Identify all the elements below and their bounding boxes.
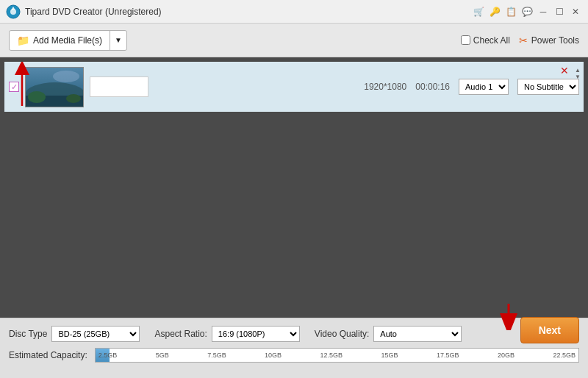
- media-remove-button[interactable]: ✕: [560, 65, 569, 76]
- aspect-ratio-select[interactable]: 16:9 (1080P) 4:3 16:9 (720P): [212, 326, 300, 342]
- minimize-button[interactable]: ─: [537, 5, 550, 18]
- disc-type-select[interactable]: BD-25 (25GB) BD-50 (50GB) DVD-5 (4.7GB) …: [51, 326, 140, 342]
- disc-type-label: Disc Type: [9, 329, 47, 339]
- add-media-button[interactable]: 📁 Add Media File(s) ▼: [9, 30, 127, 51]
- toolbar: 📁 Add Media File(s) ▼ Check All ✂ Power …: [0, 24, 588, 57]
- media-reorder-buttons: ▲ ▼: [575, 68, 581, 80]
- next-arrow-indicator: [500, 304, 517, 334]
- content-area: ✓: [0, 57, 588, 318]
- media-row: ✓: [4, 62, 584, 112]
- key-icon[interactable]: 🔑: [488, 5, 501, 18]
- title-bar-controls: 🛒 🔑 📋 💬 ─ ☐ ✕: [472, 5, 582, 18]
- check-all-text: Check All: [473, 35, 510, 46]
- media-name-box: [90, 76, 148, 97]
- estimated-capacity-label: Estimated Capacity:: [9, 350, 87, 360]
- settings-row: Disc Type BD-25 (25GB) BD-50 (50GB) DVD-…: [9, 324, 579, 343]
- tick-6: 15GB: [381, 352, 398, 359]
- tick-9: 22.5GB: [553, 352, 576, 359]
- media-info: 1920*1080 00:00:16 Audio 1 Audio 2 No Su…: [364, 79, 579, 95]
- tick-5: 12.5GB: [320, 352, 343, 359]
- svg-point-8: [53, 71, 79, 82]
- media-duration: 00:00:16: [415, 82, 450, 92]
- shop-icon[interactable]: 🛒: [472, 5, 485, 18]
- video-quality-label: Video Quality:: [315, 329, 370, 339]
- close-button[interactable]: ✕: [569, 5, 582, 18]
- check-all-checkbox[interactable]: [461, 35, 470, 45]
- next-button[interactable]: Next: [520, 317, 579, 343]
- audio-select[interactable]: Audio 1 Audio 2: [459, 79, 509, 95]
- media-resolution: 1920*1080: [364, 82, 406, 92]
- power-tools-label: Power Tools: [531, 35, 579, 46]
- tick-7: 17.5GB: [437, 352, 459, 359]
- add-media-label: Add Media File(s): [33, 35, 102, 46]
- bottom-bar: Disc Type BD-25 (25GB) BD-50 (50GB) DVD-…: [0, 318, 588, 378]
- svg-point-1: [10, 9, 16, 15]
- tick-4: 10GB: [265, 352, 282, 359]
- svg-point-7: [66, 94, 81, 103]
- file-icon[interactable]: 📋: [504, 5, 517, 18]
- restore-button[interactable]: ☐: [553, 5, 566, 18]
- capacity-row: Estimated Capacity: 2.5GB 5GB 7.5GB 10GB…: [9, 348, 579, 363]
- app-logo: [6, 4, 21, 19]
- video-quality-field: Video Quality: Auto High Medium Low: [315, 326, 462, 342]
- video-quality-select[interactable]: Auto High Medium Low: [373, 326, 462, 342]
- app-title: Tipard DVD Creator (Unregistered): [25, 7, 472, 17]
- wrench-icon: ✂: [519, 35, 528, 46]
- add-media-dropdown-arrow[interactable]: ▼: [110, 31, 126, 50]
- check-all-label[interactable]: Check All: [461, 35, 510, 46]
- tick-1: 2.5GB: [98, 352, 118, 359]
- aspect-ratio-label: Aspect Ratio:: [154, 329, 207, 339]
- tick-8: 20GB: [498, 352, 514, 359]
- add-media-main[interactable]: 📁 Add Media File(s): [10, 31, 110, 50]
- toolbar-right: Check All ✂ Power Tools: [461, 35, 579, 46]
- tick-3: 7.5GB: [207, 352, 226, 359]
- aspect-ratio-field: Aspect Ratio: 16:9 (1080P) 4:3 16:9 (720…: [154, 326, 299, 342]
- title-bar: Tipard DVD Creator (Unregistered) 🛒 🔑 📋 …: [0, 0, 588, 24]
- tick-2: 5GB: [156, 352, 169, 359]
- subtitle-select[interactable]: No Subtitle: [517, 79, 579, 95]
- media-up-button[interactable]: ▲: [575, 68, 581, 74]
- capacity-bar: 2.5GB 5GB 7.5GB 10GB 12.5GB 15GB 17.5GB …: [95, 348, 579, 363]
- power-tools-button[interactable]: ✂ Power Tools: [519, 35, 579, 46]
- disc-type-field: Disc Type BD-25 (25GB) BD-50 (50GB) DVD-…: [9, 326, 140, 342]
- help-icon[interactable]: 💬: [520, 5, 534, 18]
- media-down-button[interactable]: ▼: [575, 74, 581, 80]
- capacity-labels: 2.5GB 5GB 7.5GB 10GB 12.5GB 15GB 17.5GB …: [96, 349, 578, 362]
- add-icon: 📁: [17, 35, 29, 46]
